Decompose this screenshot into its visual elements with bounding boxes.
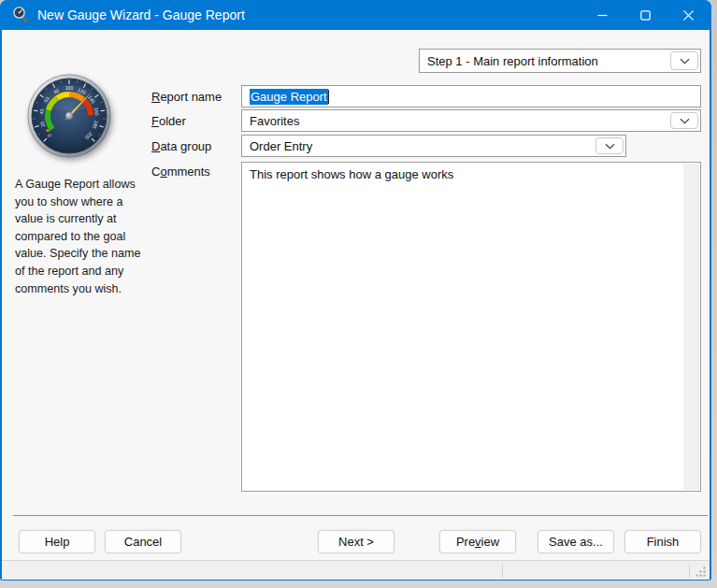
save-as-button[interactable]: Save as... <box>538 530 614 553</box>
data-group-label: Data group <box>151 139 211 153</box>
help-button[interactable]: Help <box>19 530 95 553</box>
status-bar <box>2 560 710 580</box>
window-controls <box>581 0 710 30</box>
text-caret <box>328 90 329 104</box>
step-selector-value: Step 1 - Main report information <box>427 54 598 68</box>
next-button[interactable]: Next > <box>318 530 394 553</box>
gauge-app-icon <box>12 7 29 23</box>
svg-text:100: 100 <box>65 85 74 91</box>
desktop-background: New Gauge Wizard - Gauge Report Step 1 -… <box>0 0 717 588</box>
preview-button[interactable]: Preview <box>439 530 516 553</box>
minimize-button[interactable] <box>581 0 624 30</box>
chevron-down-icon[interactable] <box>670 112 698 129</box>
finish-button[interactable]: Finish <box>624 530 701 553</box>
maximize-button[interactable] <box>624 0 667 30</box>
comments-scrollbar[interactable] <box>683 164 699 490</box>
report-name-input[interactable]: Gauge Report <box>241 85 701 108</box>
data-group-value: Order Entry <box>250 139 312 153</box>
cancel-button[interactable]: Cancel <box>105 530 181 553</box>
status-divider <box>502 564 503 578</box>
footer-separator <box>13 515 708 516</box>
folder-label: Folder <box>151 114 186 128</box>
close-button[interactable] <box>667 0 710 30</box>
window-title: New Gauge Wizard - Gauge Report <box>37 7 245 22</box>
gauge-illustration: 020406080100120140160180200 <box>26 73 112 159</box>
comments-textarea[interactable]: This report shows how a gauge works <box>241 162 701 492</box>
comments-label: Comments <box>151 165 210 179</box>
dialog-window: New Gauge Wizard - Gauge Report Step 1 -… <box>0 0 711 581</box>
selected-text: Gauge Report <box>250 89 328 105</box>
wizard-description: A Gauge Report allows you to show where … <box>15 176 151 297</box>
title-bar[interactable]: New Gauge Wizard - Gauge Report <box>0 0 711 30</box>
comments-value: This report shows how a gauge works <box>250 166 678 182</box>
svg-text:40: 40 <box>38 108 45 115</box>
report-name-label: Report name <box>151 90 222 104</box>
chevron-down-icon[interactable] <box>670 51 698 70</box>
resize-grip-icon[interactable] <box>695 566 707 578</box>
step-selector[interactable]: Step 1 - Main report information <box>419 49 701 73</box>
chevron-down-icon[interactable] <box>595 137 624 154</box>
folder-value: Favorites <box>250 114 299 128</box>
folder-combobox[interactable]: Favorites <box>241 109 701 132</box>
status-divider <box>689 564 690 578</box>
data-group-combobox[interactable]: Order Entry <box>241 135 626 157</box>
